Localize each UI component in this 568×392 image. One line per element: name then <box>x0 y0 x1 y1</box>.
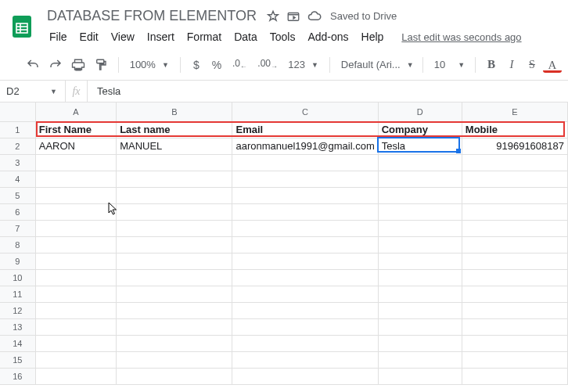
name-box-dropdown[interactable]: ▼ <box>38 81 66 102</box>
cell[interactable] <box>378 154 462 171</box>
cell[interactable] <box>35 154 116 171</box>
cell[interactable] <box>232 203 378 220</box>
cell[interactable] <box>378 171 462 187</box>
cell[interactable] <box>117 269 232 286</box>
row-header[interactable]: 5 <box>0 187 35 203</box>
cell[interactable] <box>117 368 232 384</box>
cell[interactable] <box>117 335 232 351</box>
cell[interactable]: Email <box>232 121 378 138</box>
cell[interactable] <box>378 236 462 253</box>
cell[interactable] <box>232 351 378 368</box>
cell[interactable] <box>462 236 567 253</box>
cell[interactable] <box>378 335 462 351</box>
menu-format[interactable]: Format <box>182 27 227 46</box>
row-header[interactable]: 14 <box>0 335 35 351</box>
cell[interactable] <box>462 269 567 286</box>
decrease-decimal-button[interactable]: .0← <box>228 55 251 74</box>
cell[interactable] <box>378 368 462 384</box>
cell[interactable] <box>117 253 232 269</box>
cell[interactable] <box>378 187 462 203</box>
zoom-dropdown[interactable]: 100%▼ <box>125 56 174 74</box>
cell[interactable] <box>117 220 232 236</box>
cell[interactable] <box>378 220 462 236</box>
row-header[interactable]: 16 <box>0 368 35 384</box>
cell[interactable]: Company <box>378 121 462 138</box>
col-header-E[interactable]: E <box>462 102 567 121</box>
formula-bar[interactable]: Tesla <box>88 85 568 97</box>
move-icon[interactable] <box>286 9 300 23</box>
cell[interactable] <box>462 187 567 203</box>
cell[interactable] <box>232 220 378 236</box>
menu-insert[interactable]: Insert <box>142 27 180 46</box>
cell[interactable] <box>462 286 567 302</box>
cell[interactable] <box>232 236 378 253</box>
menu-edit[interactable]: Edit <box>74 27 104 46</box>
row-header[interactable]: 11 <box>0 286 35 302</box>
cell[interactable] <box>462 302 567 318</box>
cell[interactable] <box>462 220 567 236</box>
cell[interactable] <box>35 253 116 269</box>
cell[interactable] <box>35 318 116 335</box>
col-header-C[interactable]: C <box>232 102 378 121</box>
undo-icon[interactable] <box>22 54 43 76</box>
cell[interactable] <box>232 154 378 171</box>
row-header[interactable]: 3 <box>0 154 35 171</box>
cell[interactable] <box>232 187 378 203</box>
cell[interactable] <box>232 335 378 351</box>
cell[interactable]: 919691608187 <box>462 138 567 154</box>
increase-decimal-button[interactable]: .00→ <box>253 55 282 74</box>
cell[interactable] <box>378 269 462 286</box>
menu-tools[interactable]: Tools <box>264 27 301 46</box>
cell[interactable] <box>117 302 232 318</box>
row-header[interactable]: 7 <box>0 220 35 236</box>
cell[interactable] <box>35 203 116 220</box>
cell[interactable] <box>35 269 116 286</box>
cell[interactable] <box>378 351 462 368</box>
cell[interactable] <box>35 286 116 302</box>
cell[interactable] <box>232 368 378 384</box>
row-header[interactable]: 1 <box>0 121 35 138</box>
menu-data[interactable]: Data <box>228 27 263 46</box>
cell[interactable] <box>117 351 232 368</box>
document-title[interactable]: DATABASE FROM ELEMENTOR <box>44 6 260 26</box>
cell[interactable] <box>117 203 232 220</box>
cell[interactable] <box>232 302 378 318</box>
cell[interactable]: MANUEL <box>117 138 232 154</box>
cell[interactable] <box>232 253 378 269</box>
name-box[interactable]: D2 <box>0 85 38 97</box>
cell[interactable] <box>378 203 462 220</box>
cell[interactable] <box>35 236 116 253</box>
cell[interactable] <box>462 368 567 384</box>
cell[interactable] <box>462 171 567 187</box>
menu-addons[interactable]: Add-ons <box>302 27 354 46</box>
currency-button[interactable]: $ <box>187 56 206 74</box>
cell[interactable] <box>35 171 116 187</box>
cell[interactable] <box>462 318 567 335</box>
cell[interactable] <box>117 318 232 335</box>
italic-button[interactable]: I <box>502 55 521 74</box>
cell[interactable] <box>462 351 567 368</box>
font-size-dropdown[interactable]: 10▼ <box>430 56 469 74</box>
cell[interactable]: First Name <box>35 121 116 138</box>
cell[interactable] <box>117 187 232 203</box>
font-name-dropdown[interactable]: Default (Ari...▼ <box>336 56 416 74</box>
cell[interactable] <box>462 203 567 220</box>
cell[interactable] <box>35 351 116 368</box>
menu-help[interactable]: Help <box>356 27 390 46</box>
col-header-B[interactable]: B <box>117 102 232 121</box>
cell[interactable] <box>117 236 232 253</box>
last-edit-link[interactable]: Last edit was seconds ago <box>401 31 521 43</box>
paint-format-icon[interactable] <box>91 54 112 76</box>
row-header[interactable]: 8 <box>0 236 35 253</box>
cell[interactable] <box>117 154 232 171</box>
star-icon[interactable] <box>266 9 280 23</box>
cell[interactable] <box>378 253 462 269</box>
percent-button[interactable]: % <box>207 56 226 74</box>
cell[interactable] <box>378 302 462 318</box>
cell[interactable] <box>462 253 567 269</box>
row-header[interactable]: 4 <box>0 171 35 187</box>
cell[interactable]: aaronmanuel1991@gmail.com <box>232 138 378 154</box>
select-all-corner[interactable] <box>0 102 35 121</box>
row-header[interactable]: 10 <box>0 269 35 286</box>
sheets-logo[interactable] <box>6 11 38 42</box>
